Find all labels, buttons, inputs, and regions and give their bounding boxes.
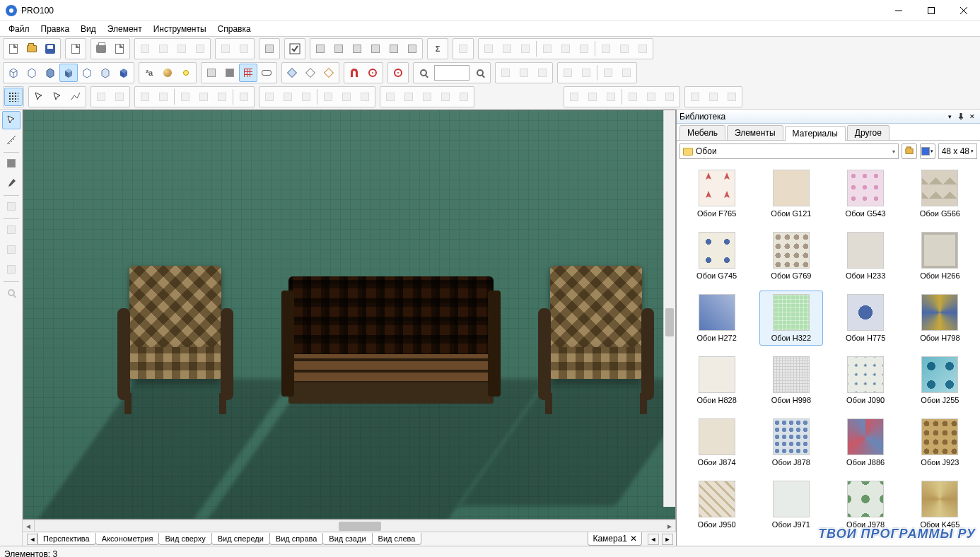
properties-button[interactable] xyxy=(286,40,304,58)
minimize-button[interactable] xyxy=(882,0,915,21)
view-final-button[interactable] xyxy=(115,64,133,82)
library-grid[interactable]: Обои F765Обои G121Обои G543Обои G566Обои… xyxy=(677,162,980,546)
camera-tab-close[interactable]: ✕ xyxy=(630,534,637,544)
toolbar-btn-e2[interactable] xyxy=(515,64,533,82)
view-wire-button[interactable] xyxy=(4,64,23,82)
tool-select[interactable] xyxy=(2,111,21,129)
material-item[interactable]: Обои F765 xyxy=(685,166,749,221)
tab-nav-left[interactable]: ◄ xyxy=(27,534,38,545)
toolbar-btn-h4[interactable] xyxy=(436,88,455,106)
tool-eyedropper[interactable] xyxy=(2,174,21,192)
toolbar-btn-d2[interactable] xyxy=(301,64,320,82)
scroll-left-button[interactable]: ◄ xyxy=(23,520,35,532)
toolbar-btn-i3[interactable] xyxy=(602,88,620,106)
snap-grid-button[interactable] xyxy=(4,88,23,106)
maximize-button[interactable] xyxy=(915,0,947,21)
material-item[interactable]: Обои J255 xyxy=(908,353,972,408)
panel-pin-button[interactable] xyxy=(956,112,966,122)
material-item[interactable]: Обои H775 xyxy=(834,291,897,346)
panel-menu-button[interactable]: ▾ xyxy=(945,112,955,122)
view-render-button[interactable] xyxy=(96,64,115,82)
toolbar-btn-g3[interactable] xyxy=(297,88,315,106)
rotate-left-button[interactable] xyxy=(136,88,154,106)
library-view-button[interactable]: ▾ xyxy=(920,143,935,159)
align-bottom-button[interactable] xyxy=(575,40,593,58)
menu-help[interactable]: Справка xyxy=(212,22,257,36)
vertical-scrollbar[interactable] xyxy=(663,110,675,507)
align-right-button[interactable] xyxy=(516,40,535,58)
material-item[interactable]: Обои K465 xyxy=(908,477,972,532)
menu-tools[interactable]: Инструменты xyxy=(148,22,212,36)
material-item[interactable]: Обои J971 xyxy=(759,477,823,532)
save-file-button[interactable] xyxy=(41,40,59,58)
tab-axon[interactable]: Аксонометрия xyxy=(95,533,160,545)
tab-camera[interactable]: Камера1 ✕ xyxy=(588,532,642,546)
material-item[interactable]: Обои J886 xyxy=(834,415,897,470)
toolbar-btn-g2[interactable] xyxy=(279,88,297,106)
tab-front[interactable]: Вид спереди xyxy=(211,533,270,545)
align-top-button[interactable] xyxy=(538,40,556,58)
move-button[interactable] xyxy=(194,88,213,106)
select-add-button[interactable] xyxy=(48,88,66,106)
toolbar-btn-i5[interactable] xyxy=(642,88,660,106)
draw-line-button[interactable] xyxy=(66,88,85,106)
export-button[interactable] xyxy=(66,40,85,58)
center-button[interactable] xyxy=(389,64,407,82)
horizontal-scrollbar[interactable] xyxy=(35,520,664,532)
dim-v-button[interactable] xyxy=(577,64,595,82)
toolbar-btn-j1[interactable] xyxy=(686,88,704,106)
dim-h-button[interactable] xyxy=(559,64,577,82)
toolbar-btn-b6[interactable] xyxy=(403,40,421,58)
rotate-down-button[interactable] xyxy=(213,88,231,106)
sofa[interactable] xyxy=(281,269,501,418)
material-button[interactable] xyxy=(158,64,177,82)
material-item[interactable]: Обои H272 xyxy=(685,291,749,346)
tool-shape2[interactable] xyxy=(2,221,21,239)
zoom-in-button[interactable] xyxy=(471,64,489,82)
material-item[interactable]: Обои G121 xyxy=(759,166,823,221)
toolbar-btn-i6[interactable] xyxy=(660,88,679,106)
material-item[interactable]: Обои G543 xyxy=(834,166,897,221)
sum-button[interactable]: Σ xyxy=(428,40,447,58)
material-item[interactable]: Обои J950 xyxy=(685,477,749,532)
toolbar-btn-d3[interactable] xyxy=(320,64,338,82)
undo-button[interactable] xyxy=(216,40,235,58)
open-file-button[interactable] xyxy=(23,40,41,58)
toolbar-btn-g4[interactable] xyxy=(319,88,337,106)
view-flat-button[interactable] xyxy=(41,64,59,82)
text-button[interactable]: ªa xyxy=(140,64,158,82)
select-button[interactable] xyxy=(30,88,48,106)
toolbar-btn-c1[interactable] xyxy=(202,64,221,82)
toolbar-btn-h2[interactable] xyxy=(399,88,418,106)
menu-edit[interactable]: Правка xyxy=(35,22,76,36)
scale-button[interactable] xyxy=(235,88,253,106)
align-middle-button[interactable] xyxy=(615,40,634,58)
print-preview-button[interactable] xyxy=(110,40,129,58)
tab-right[interactable]: Вид справа xyxy=(269,533,324,545)
material-item[interactable]: Обои G769 xyxy=(759,228,823,283)
grid-button[interactable] xyxy=(239,64,257,82)
tab-left[interactable]: Вид слева xyxy=(372,533,422,545)
material-item[interactable]: Обои G566 xyxy=(908,166,972,221)
dimensions-button[interactable] xyxy=(221,64,239,82)
material-item[interactable]: Обои G745 xyxy=(685,228,749,283)
view-texture-button[interactable] xyxy=(78,64,96,82)
toolbar-btn-i4[interactable] xyxy=(624,88,642,106)
toolbar-btn-b1[interactable] xyxy=(311,40,329,58)
tool-shape3[interactable] xyxy=(2,240,21,259)
toolbar-btn-j2[interactable] xyxy=(704,88,723,106)
armchair-left[interactable] xyxy=(112,266,239,414)
toolbar-btn-g1[interactable] xyxy=(260,88,279,106)
align-center-h-button[interactable] xyxy=(498,40,516,58)
library-path-selector[interactable]: Обои ▾ xyxy=(679,143,899,159)
menu-file[interactable]: Файл xyxy=(3,22,35,36)
toolbar-btn-f1[interactable] xyxy=(92,88,110,106)
library-up-button[interactable] xyxy=(902,143,917,159)
align-center-v-button[interactable] xyxy=(556,40,575,58)
zoom-out-button[interactable] xyxy=(414,64,433,82)
toolbar-btn-h5[interactable] xyxy=(455,88,473,106)
tab-top[interactable]: Вид сверху xyxy=(158,533,211,545)
new-file-button[interactable] xyxy=(4,40,23,58)
tool-measure[interactable] xyxy=(2,131,21,149)
toolbar-btn-g5[interactable] xyxy=(337,88,356,106)
